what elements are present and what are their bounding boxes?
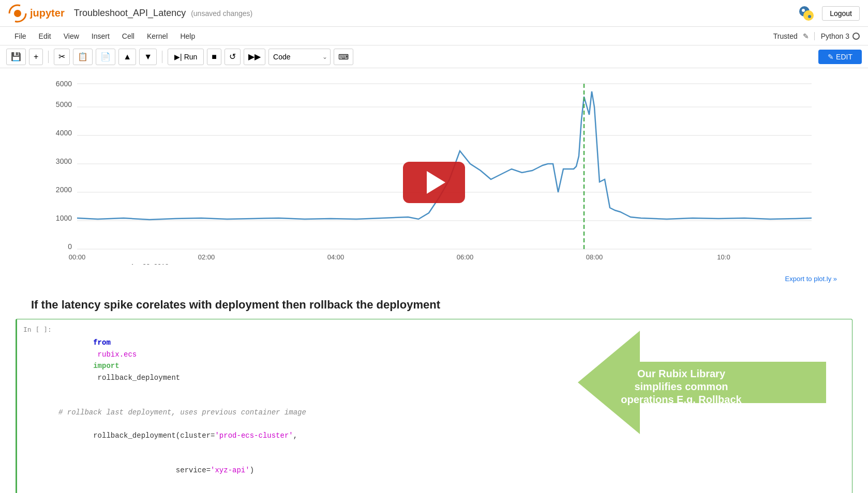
jupyter-icon bbox=[8, 4, 27, 23]
module-name: rubix.ecs bbox=[93, 350, 141, 359]
trusted-label: Trusted bbox=[773, 32, 798, 40]
unsaved-changes: (unsaved changes) bbox=[191, 9, 252, 18]
arg-service: 'xyz-api' bbox=[211, 466, 250, 474]
code-line-blank bbox=[58, 395, 583, 406]
jupyter-text: jupyter bbox=[30, 7, 65, 19]
menu-view[interactable]: View bbox=[57, 27, 85, 45]
kernel-label: Python 3 bbox=[814, 32, 860, 40]
code-cell: In [ ]: from rubix.ecs import rollback_d… bbox=[16, 319, 852, 493]
move-up-button[interactable]: ▲ bbox=[118, 49, 136, 65]
move-down-button[interactable]: ▼ bbox=[139, 49, 157, 65]
cell-prompt: In [ ]: bbox=[17, 326, 58, 487]
svg-text:06:00: 06:00 bbox=[457, 253, 474, 261]
top-bar: jupyter Troubleshoot_API_Latency (unsave… bbox=[0, 0, 868, 27]
restart-button[interactable]: ↺ bbox=[225, 49, 241, 65]
menu-help[interactable]: Help bbox=[174, 27, 201, 45]
menu-bar: File Edit View Insert Cell Kernel Help T… bbox=[0, 27, 868, 45]
notebook-title: Troubleshoot_API_Latency bbox=[74, 8, 186, 19]
code-line-comment: # rollback last deployment, uses previou… bbox=[58, 407, 583, 418]
chart-area: 0 1000 2000 3000 4000 5000 6000 00:00 02… bbox=[0, 68, 868, 272]
logout-button[interactable]: Logout bbox=[822, 6, 860, 21]
keyboard-shortcuts-button[interactable]: ⌨ bbox=[334, 49, 353, 65]
arrow-svg: Our Rubix Library simplifies common oper… bbox=[578, 331, 826, 434]
edit-pencil-icon[interactable]: ✎ bbox=[803, 32, 809, 40]
main-content: 0 1000 2000 3000 4000 5000 6000 00:00 02… bbox=[0, 68, 868, 493]
svg-text:3000: 3000 bbox=[56, 157, 72, 165]
toolbar-separator2 bbox=[162, 51, 162, 63]
arrow-tooltip: Our Rubix Library simplifies common oper… bbox=[578, 310, 826, 413]
svg-text:simplifies common: simplifies common bbox=[634, 381, 728, 392]
stop-button[interactable]: ■ bbox=[207, 49, 221, 65]
call-func: rollback_deployment(cluster= bbox=[93, 432, 215, 440]
svg-text:10:0: 10:0 bbox=[717, 253, 730, 261]
run-button[interactable]: ▶| Run bbox=[168, 49, 204, 65]
svg-text:4000: 4000 bbox=[56, 129, 72, 137]
menu-kernel[interactable]: Kernel bbox=[141, 27, 174, 45]
svg-text:02:00: 02:00 bbox=[198, 253, 215, 261]
top-bar-right: Logout bbox=[797, 4, 860, 23]
svg-text:5000: 5000 bbox=[56, 100, 72, 109]
svg-text:1000: 1000 bbox=[56, 214, 72, 222]
call-indent: service= bbox=[93, 466, 211, 474]
kernel-status-circle bbox=[852, 33, 860, 40]
menu-cell[interactable]: Cell bbox=[116, 27, 141, 45]
cell-type-select[interactable]: Code Markdown Raw NBConvert bbox=[268, 49, 331, 65]
svg-point-1 bbox=[14, 10, 21, 17]
save-button[interactable]: 💾 bbox=[6, 49, 26, 65]
svg-text:Our Rubix Library: Our Rubix Library bbox=[637, 368, 726, 379]
svg-text:operations E.g. Rollback: operations E.g. Rollback bbox=[621, 394, 742, 405]
menu-file[interactable]: File bbox=[8, 27, 33, 45]
func-name: rollback_deployment bbox=[93, 374, 180, 382]
restart-run-button[interactable]: ▶▶ bbox=[244, 49, 265, 65]
svg-text:Apr 23, 2018: Apr 23, 2018 bbox=[130, 263, 169, 265]
menu-right: Trusted ✎ Python 3 bbox=[773, 32, 860, 40]
keyword-from: from bbox=[93, 338, 111, 347]
copy-button[interactable]: 📋 bbox=[73, 49, 93, 65]
svg-point-4 bbox=[802, 9, 805, 12]
cell-type-wrapper: Code Markdown Raw NBConvert ⌄ bbox=[268, 49, 331, 65]
toolbar-separator bbox=[48, 51, 49, 63]
play-icon bbox=[427, 171, 445, 194]
svg-point-5 bbox=[808, 15, 811, 18]
svg-text:0: 0 bbox=[68, 242, 72, 251]
paste-button[interactable]: 📄 bbox=[96, 49, 115, 65]
arg-cluster: 'prod-ecs-cluster' bbox=[215, 432, 293, 440]
keyword-import: import bbox=[93, 362, 119, 370]
menu-edit[interactable]: Edit bbox=[33, 27, 57, 45]
svg-text:04:00: 04:00 bbox=[327, 253, 345, 261]
toolbar: 💾 + ✂ 📋 📄 ▲ ▼ ▶| Run ■ ↺ ▶▶ Code Markdow… bbox=[0, 45, 868, 68]
svg-text:08:00: 08:00 bbox=[586, 253, 603, 261]
code-line-3: rollback_deployment(cluster='prod-ecs-cl… bbox=[58, 418, 583, 453]
svg-text:00:00: 00:00 bbox=[69, 253, 86, 261]
cell-code[interactable]: from rubix.ecs import rollback_deploymen… bbox=[58, 326, 583, 487]
code-line-4: service='xyz-api') bbox=[58, 453, 583, 487]
edit-button[interactable]: ✎ EDIT bbox=[818, 50, 862, 64]
cut-button[interactable]: ✂ bbox=[54, 49, 70, 65]
menu-insert[interactable]: Insert bbox=[85, 27, 116, 45]
svg-text:6000: 6000 bbox=[56, 80, 72, 88]
svg-text:2000: 2000 bbox=[56, 186, 72, 194]
python-icon bbox=[797, 4, 816, 23]
video-play-button[interactable] bbox=[403, 162, 465, 203]
code-line-1: from rubix.ecs import rollback_deploymen… bbox=[58, 326, 583, 395]
jupyter-logo: jupyter bbox=[8, 4, 65, 23]
run-icon: ▶| bbox=[174, 53, 182, 61]
export-link[interactable]: Export to plot.ly » bbox=[0, 272, 868, 288]
add-cell-button[interactable]: + bbox=[29, 49, 43, 65]
